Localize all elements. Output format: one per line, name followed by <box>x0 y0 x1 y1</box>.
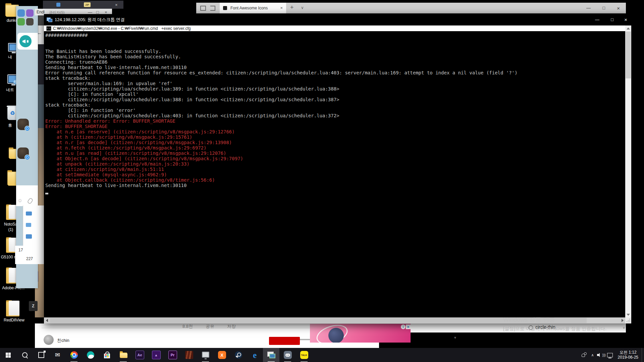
taskbar-premiere-clip[interactable]: ▲ <box>148 348 164 362</box>
taskbar: ✉ Ae ▲ Pr X e TALK ∧ ) <box>0 348 644 362</box>
console-line: at h (citizen:/scripting/v8/msgpack.js:2… <box>45 134 625 140</box>
console-line: Sending heartbeat to live-internal.fivem… <box>45 183 625 188</box>
shortcut-zip-fragment[interactable]: Z <box>29 301 38 311</box>
task-view-icon <box>38 352 44 358</box>
console-line: at unpack (citizen:/scripting/v8/main.js… <box>45 161 625 167</box>
tab-preview-icon[interactable] <box>200 6 206 11</box>
taskbar-kakaotalk[interactable]: TALK <box>296 348 312 362</box>
vertical-scrollbar[interactable] <box>625 25 631 317</box>
chat-avatar[interactable] <box>17 119 29 130</box>
whale-browser-icon <box>87 351 94 359</box>
taskbar-file-explorer[interactable] <box>115 348 131 362</box>
taskbar-edge[interactable]: e <box>247 348 263 362</box>
ad-info-icon[interactable]: i <box>401 324 406 329</box>
console-line: at Object.n [as decode] (citizen:/script… <box>45 156 625 161</box>
after-effects-icon: Ae <box>136 351 144 359</box>
people-button[interactable] <box>580 348 588 362</box>
edge-window-fragment: Font Awesome Icons × + ∨ — □ × <box>196 3 626 13</box>
taskbar-monitor-app[interactable] <box>197 348 214 362</box>
badge-icon <box>24 155 30 160</box>
xampp-icon: X <box>218 351 226 359</box>
taskbar-chrome[interactable] <box>66 348 82 362</box>
file-panel-fragment2: 17 227 <box>15 246 44 264</box>
scroll-left-button[interactable] <box>44 317 50 323</box>
file-icon <box>26 223 31 227</box>
cmd-titlebar[interactable]: C:\ C:₩Windows₩system32₩cmd.exe - C:₩Fiv… <box>44 25 625 31</box>
desktop-label[interactable]: RedDllView <box>0 318 28 322</box>
taskbar-after-effects[interactable]: Ae <box>131 348 148 362</box>
taskbar-store[interactable] <box>99 348 115 362</box>
save-label[interactable]: 저장 <box>227 323 236 329</box>
dropdown-arrow-icon[interactable]: ▼ <box>453 336 457 340</box>
taskbar-search-button[interactable] <box>16 348 33 362</box>
tab-close-icon[interactable]: × <box>115 3 118 7</box>
resize-grip[interactable] <box>625 317 631 323</box>
channel-avatar[interactable] <box>44 335 54 345</box>
desktop-label[interactable]: 내 <box>2 54 18 60</box>
avatar[interactable] <box>17 9 25 17</box>
maximize-button[interactable]: □ <box>602 6 605 10</box>
taskbar-premiere[interactable]: Pr <box>164 348 181 362</box>
console-line: at citizen:/scripting/v8/main.js:51:11 <box>45 167 625 172</box>
tab-title: Font Awesome Icons <box>230 6 268 10</box>
minimize-button[interactable]: — <box>586 6 591 10</box>
scroll-up-button[interactable] <box>625 25 631 31</box>
minimize-button[interactable]: — <box>595 17 599 22</box>
console-line: at n.r [as decode] (citizen:/scripting/v… <box>45 140 625 145</box>
network-button[interactable] <box>606 348 614 362</box>
channel-card[interactable] <box>17 33 38 50</box>
close-button[interactable]: × <box>617 6 620 11</box>
hidden-icons-button[interactable]: ∧ <box>588 348 597 362</box>
ad-close-icon[interactable]: ✕ <box>406 324 411 329</box>
tab-favicon <box>223 6 227 10</box>
share-label[interactable]: 공유 <box>206 323 214 329</box>
taskbar-remote-desktop[interactable] <box>263 348 279 362</box>
new-tab-button[interactable]: + <box>290 4 294 11</box>
ad-image[interactable]: i ✕ <box>310 324 411 343</box>
start-button[interactable] <box>0 348 16 362</box>
desktop-folder-reddllview[interactable] <box>6 302 19 316</box>
rdp-titlebar[interactable]: 124.198.12.205: 원격 데스크톱 연결 — □ × <box>44 14 631 25</box>
cmd-console[interactable]: ############### The BanList has been loa… <box>44 31 625 317</box>
like-count[interactable]: 8.8천 <box>182 323 193 329</box>
close-button[interactable]: × <box>624 17 627 22</box>
console-line: The BanList has been loaded successfully… <box>45 49 625 54</box>
people-icon <box>581 353 587 357</box>
avatar[interactable] <box>26 9 34 17</box>
volume-button[interactable]: ))) <box>597 348 606 362</box>
console-line: Error: Unhandled error: Error: BUFFER_SH… <box>45 118 625 124</box>
vertical-scroll-thumb[interactable] <box>626 32 631 78</box>
chat-input-area[interactable]: ☺ <box>16 185 38 206</box>
attach-icon[interactable] <box>27 197 34 204</box>
console-line: citizen:/scripting/lua/scheduler.lua:388… <box>45 97 625 102</box>
taskbar-discord[interactable] <box>279 348 296 362</box>
taskbar-mail[interactable]: ✉ <box>49 348 66 362</box>
tab-font-awesome[interactable]: Font Awesome Icons × <box>220 3 286 13</box>
task-view-button[interactable] <box>33 348 49 362</box>
avatar[interactable] <box>17 18 25 25</box>
file-explorer-icon <box>120 353 127 358</box>
taskbar-whale[interactable] <box>82 348 99 362</box>
zip-icon: ZIP <box>84 2 91 7</box>
taskbar-steam[interactable] <box>230 348 247 362</box>
desktop: ← dunko 내 네트 ♻ 휴 u Ga NotoSa (1) G5100 r… <box>0 0 644 362</box>
chat-avatar[interactable] <box>17 147 29 159</box>
tab-close-icon[interactable]: × <box>280 6 283 10</box>
scroll-down-button[interactable] <box>625 312 631 317</box>
tab-menu-chevron-icon[interactable]: ∨ <box>301 5 304 10</box>
maximize-button[interactable]: □ <box>611 17 613 22</box>
watermark-line1: Windows 정품 인증 <box>503 316 624 324</box>
clock-time: 오전 1:12 <box>620 350 637 355</box>
console-line: The BanListHistory has been loaded succe… <box>45 54 625 59</box>
emoji-icon[interactable]: ☺ <box>17 197 22 203</box>
subscribe-button[interactable] <box>269 337 300 345</box>
microsoft-store-icon <box>104 354 110 358</box>
channel-name[interactable]: 친chin <box>57 338 69 344</box>
avatar[interactable] <box>26 18 34 25</box>
taskbar-clock[interactable]: 오전 1:12 2019-06-25 <box>614 350 642 360</box>
taskbar-red-app[interactable] <box>181 348 197 362</box>
taskbar-xampp[interactable]: X <box>214 348 230 362</box>
show-desktop-button[interactable] <box>642 348 644 362</box>
console-line: ############### <box>45 33 625 38</box>
set-aside-tabs-icon[interactable] <box>210 6 215 11</box>
